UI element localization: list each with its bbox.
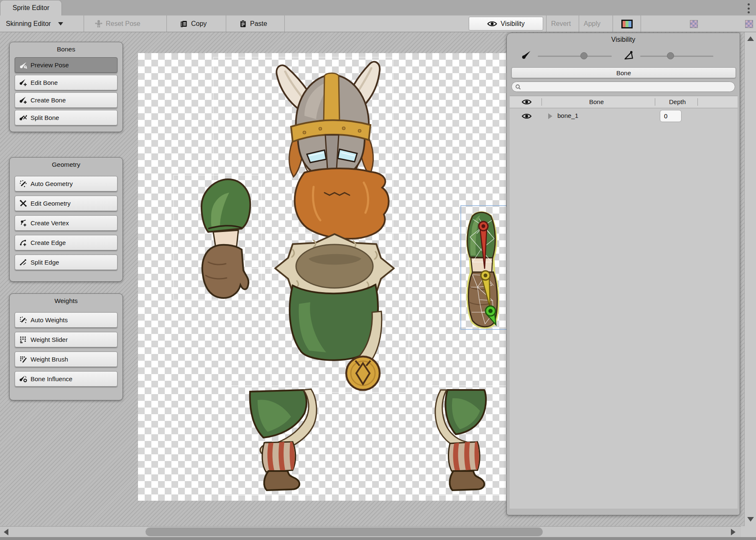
- sprite-left-leg[interactable]: [250, 389, 317, 490]
- weights-tool-panel: Weights Auto Weights: [9, 293, 123, 400]
- scrollbar-corner: [741, 526, 756, 537]
- panel-title: Bones: [10, 42, 123, 53]
- auto-geometry-button[interactable]: Auto Geometry: [15, 176, 117, 191]
- mesh-opacity-icon: [623, 50, 635, 61]
- create-edge-icon: [19, 239, 27, 247]
- create-edge-button[interactable]: Create Edge: [15, 235, 117, 250]
- bone-list: Bone Depth bone_1: [510, 96, 738, 509]
- preview-pose-icon: [19, 61, 27, 69]
- bone-influence-button[interactable]: Bone Influence: [15, 371, 117, 387]
- preview-pose-button[interactable]: Preview Pose: [15, 57, 117, 73]
- create-vertex-icon: [19, 219, 27, 227]
- sprite-sheet: [138, 53, 506, 501]
- reset-pose-person-icon: [94, 20, 103, 28]
- toolbar-separator: [84, 15, 84, 32]
- split-bone-button[interactable]: Split Bone: [15, 110, 117, 125]
- toolbar-separator: [641, 15, 641, 32]
- split-edge-icon: [19, 258, 27, 266]
- workspace-background: Bones Preview Pose: [0, 32, 756, 540]
- paste-icon: [239, 20, 247, 28]
- apply-button[interactable]: Apply: [584, 15, 600, 32]
- eye-icon[interactable]: [521, 99, 532, 105]
- toolbar-separator: [546, 15, 547, 32]
- alpha-checker-icon: [690, 20, 698, 28]
- split-bone-icon: [19, 114, 27, 122]
- visibility-panel: Visibility Bone: [506, 33, 740, 515]
- weight-brush-icon: [19, 355, 27, 363]
- panel-title: Geometry: [10, 158, 123, 168]
- sprite-canvas[interactable]: [138, 53, 506, 501]
- edit-geometry-icon: [19, 199, 27, 207]
- alpha-checker-icon-2: [745, 20, 753, 28]
- bone-table-header: Bone Depth: [510, 96, 738, 108]
- create-bone-icon: [19, 96, 27, 104]
- sprite-torso[interactable]: [275, 234, 394, 390]
- expander-arrow-icon[interactable]: [548, 113, 552, 119]
- auto-geometry-icon: [19, 180, 27, 188]
- scroll-left-arrow[interactable]: [4, 529, 8, 535]
- eye-icon: [487, 20, 497, 27]
- toolbar-separator: [166, 15, 167, 32]
- edit-bone-icon: [19, 79, 27, 87]
- visibility-eye-icon[interactable]: [521, 113, 532, 120]
- bones-tool-panel: Bones Preview Pose: [9, 42, 123, 132]
- window-bottom-edge: [0, 537, 756, 540]
- sprite-rgb-overlay-icon[interactable]: [621, 20, 633, 28]
- depth-input[interactable]: [660, 110, 682, 122]
- toolbar-separator: [613, 15, 613, 32]
- skinning-editor-dropdown[interactable]: Skinning Editor: [6, 15, 63, 32]
- mesh-opacity-slider-track[interactable]: [640, 56, 713, 57]
- bone-opacity-icon: [521, 50, 532, 61]
- edit-geometry-button[interactable]: Edit Geometry: [15, 196, 117, 211]
- kebab-menu-icon[interactable]: [743, 3, 753, 14]
- scroll-right-arrow[interactable]: [731, 529, 736, 535]
- mesh-opacity-slider-handle[interactable]: [667, 52, 674, 59]
- scroll-up-arrow[interactable]: [747, 36, 754, 41]
- split-edge-button[interactable]: Split Edge: [15, 255, 117, 270]
- create-bone-button[interactable]: Create Bone: [15, 92, 117, 108]
- chevron-down-icon: [58, 22, 63, 25]
- search-icon: [515, 84, 521, 90]
- copy-button[interactable]: Copy: [180, 15, 207, 32]
- copy-icon: [180, 20, 188, 28]
- sprite-editor-window: Sprite Editor Skinning Editor Reset Pose: [0, 0, 756, 540]
- sprite-right-leg[interactable]: [435, 390, 486, 490]
- weight-brush-button[interactable]: Weight Brush: [15, 352, 117, 367]
- weight-slider-icon: [19, 336, 27, 344]
- toolbar-separator: [284, 15, 285, 32]
- bone-search-field[interactable]: [511, 82, 735, 92]
- toolbar-separator: [226, 15, 226, 32]
- bone-influence-icon: [19, 375, 27, 383]
- horizontal-scrollbar-thumb[interactable]: [146, 527, 543, 536]
- tab-sprite-editor[interactable]: Sprite Editor: [0, 0, 62, 15]
- bone-row[interactable]: bone_1: [510, 108, 738, 124]
- column-header-depth[interactable]: Depth: [660, 98, 695, 105]
- scroll-down-arrow[interactable]: [747, 517, 754, 522]
- paste-button[interactable]: Paste: [239, 15, 267, 32]
- bone-tab-button[interactable]: Bone: [511, 67, 736, 78]
- auto-weights-button[interactable]: Auto Weights: [15, 312, 117, 328]
- bone-opacity-slider-track[interactable]: [538, 56, 612, 57]
- auto-weights-icon: [19, 316, 27, 324]
- tab-title: Sprite Editor: [13, 4, 49, 12]
- column-header-bone[interactable]: Bone: [568, 98, 625, 105]
- search-input[interactable]: [524, 82, 735, 92]
- horizontal-scrollbar[interactable]: [0, 526, 741, 537]
- visibility-panel-title: Visibility: [507, 33, 740, 43]
- panel-title: Weights: [10, 294, 123, 305]
- weight-slider-button[interactable]: Weight Slider: [15, 332, 117, 347]
- vertical-scrollbar[interactable]: [744, 32, 756, 526]
- create-vertex-button[interactable]: Create Vertex: [15, 215, 117, 231]
- reset-pose-button[interactable]: Reset Pose: [94, 15, 140, 32]
- toolbar-separator: [579, 15, 579, 32]
- sprite-mitten-arm[interactable]: [202, 179, 250, 298]
- edit-bone-button[interactable]: Edit Bone: [15, 75, 117, 90]
- bone-opacity-slider-handle[interactable]: [580, 52, 587, 59]
- sprite-head[interactable]: [276, 62, 388, 239]
- revert-button[interactable]: Revert: [551, 15, 571, 32]
- visibility-toggle-button[interactable]: Visibility: [469, 17, 543, 31]
- sprite-selected-arm[interactable]: [461, 206, 506, 329]
- geometry-tool-panel: Geometry Auto Geometry: [9, 157, 123, 282]
- toolbar: Skinning Editor Reset Pose: [0, 15, 756, 32]
- titlebar: Sprite Editor: [0, 0, 756, 15]
